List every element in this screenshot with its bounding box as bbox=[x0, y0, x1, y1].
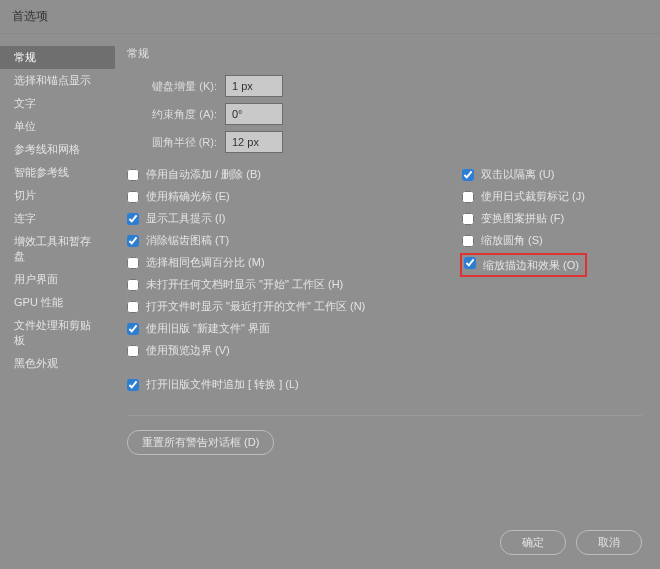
option-left-4-label: 选择相同色调百分比 (M) bbox=[146, 255, 265, 270]
key-increment-label: 键盘增量 (K): bbox=[127, 79, 217, 94]
option-right-1-label: 使用日式裁剪标记 (J) bbox=[481, 189, 585, 204]
option-left2-0[interactable]: 打开旧版文件时追加 [ 转换 ] (L) bbox=[127, 377, 462, 392]
main-panel: 常规 键盘增量 (K): 约束角度 (A): 圆角半径 (R): 停用自动添加 … bbox=[115, 34, 660, 569]
option-left-5[interactable]: 未打开任何文档时显示 "开始" 工作区 (H) bbox=[127, 277, 462, 292]
key-increment-input[interactable] bbox=[225, 75, 283, 97]
sidebar-item-2[interactable]: 文字 bbox=[0, 92, 115, 115]
sidebar-item-10[interactable]: GPU 性能 bbox=[0, 291, 115, 314]
option-right-1-checkbox[interactable] bbox=[462, 191, 474, 203]
option-left-8[interactable]: 使用预览边界 (V) bbox=[127, 343, 462, 358]
option-right-3-label: 缩放圆角 (S) bbox=[481, 233, 543, 248]
option-left-0[interactable]: 停用自动添加 / 删除 (B) bbox=[127, 167, 462, 182]
option-left-2[interactable]: 显示工具提示 (I) bbox=[127, 211, 462, 226]
window-title: 首选项 bbox=[0, 0, 660, 34]
option-left-7[interactable]: 使用旧版 "新建文件" 界面 bbox=[127, 321, 462, 336]
sidebar-item-5[interactable]: 智能参考线 bbox=[0, 161, 115, 184]
option-left-8-label: 使用预览边界 (V) bbox=[146, 343, 230, 358]
sidebar-item-6[interactable]: 切片 bbox=[0, 184, 115, 207]
sidebar-item-8[interactable]: 增效工具和暂存盘 bbox=[0, 230, 115, 268]
option-left-1-checkbox[interactable] bbox=[127, 191, 139, 203]
option-left-3-checkbox[interactable] bbox=[127, 235, 139, 247]
option-left-1-label: 使用精确光标 (E) bbox=[146, 189, 230, 204]
option-left-4-checkbox[interactable] bbox=[127, 257, 139, 269]
option-left-3[interactable]: 消除锯齿图稿 (T) bbox=[127, 233, 462, 248]
option-right-0-checkbox[interactable] bbox=[462, 169, 474, 181]
option-right-0-label: 双击以隔离 (U) bbox=[481, 167, 554, 182]
divider bbox=[127, 415, 642, 416]
option-left-5-label: 未打开任何文档时显示 "开始" 工作区 (H) bbox=[146, 277, 343, 292]
option-left-4[interactable]: 选择相同色调百分比 (M) bbox=[127, 255, 462, 270]
reset-warnings-button[interactable]: 重置所有警告对话框 (D) bbox=[127, 430, 274, 455]
ok-button[interactable]: 确定 bbox=[500, 530, 566, 555]
option-right-0[interactable]: 双击以隔离 (U) bbox=[462, 167, 642, 182]
option-left-2-label: 显示工具提示 (I) bbox=[146, 211, 225, 226]
option-left-8-checkbox[interactable] bbox=[127, 345, 139, 357]
sidebar-item-12[interactable]: 黑色外观 bbox=[0, 352, 115, 375]
option-left-3-label: 消除锯齿图稿 (T) bbox=[146, 233, 229, 248]
option-left-2-checkbox[interactable] bbox=[127, 213, 139, 225]
sidebar-item-9[interactable]: 用户界面 bbox=[0, 268, 115, 291]
option-right-4-highlight: 缩放描边和效果 (O) bbox=[460, 253, 587, 277]
option-right-2-label: 变换图案拼贴 (F) bbox=[481, 211, 564, 226]
option-right-1[interactable]: 使用日式裁剪标记 (J) bbox=[462, 189, 642, 204]
option-left-6[interactable]: 打开文件时显示 "最近打开的文件" 工作区 (N) bbox=[127, 299, 462, 314]
sidebar-item-7[interactable]: 连字 bbox=[0, 207, 115, 230]
option-right-4-label: 缩放描边和效果 (O) bbox=[483, 259, 579, 271]
option-right-3-checkbox[interactable] bbox=[462, 235, 474, 247]
section-title: 常规 bbox=[127, 46, 642, 61]
corner-radius-label: 圆角半径 (R): bbox=[127, 135, 217, 150]
option-left-5-checkbox[interactable] bbox=[127, 279, 139, 291]
option-right-2-checkbox[interactable] bbox=[462, 213, 474, 225]
option-right-2[interactable]: 变换图案拼贴 (F) bbox=[462, 211, 642, 226]
option-left-0-checkbox[interactable] bbox=[127, 169, 139, 181]
option-left-0-label: 停用自动添加 / 删除 (B) bbox=[146, 167, 261, 182]
option-left-1[interactable]: 使用精确光标 (E) bbox=[127, 189, 462, 204]
option-left2-0-label: 打开旧版文件时追加 [ 转换 ] (L) bbox=[146, 377, 299, 392]
option-left-7-checkbox[interactable] bbox=[127, 323, 139, 335]
option-left-6-label: 打开文件时显示 "最近打开的文件" 工作区 (N) bbox=[146, 299, 365, 314]
sidebar-item-1[interactable]: 选择和锚点显示 bbox=[0, 69, 115, 92]
option-right-3[interactable]: 缩放圆角 (S) bbox=[462, 233, 642, 248]
option-left2-0-checkbox[interactable] bbox=[127, 379, 139, 391]
option-left-6-checkbox[interactable] bbox=[127, 301, 139, 313]
corner-radius-input[interactable] bbox=[225, 131, 283, 153]
constrain-angle-label: 约束角度 (A): bbox=[127, 107, 217, 122]
sidebar-item-4[interactable]: 参考线和网格 bbox=[0, 138, 115, 161]
option-right-4-checkbox[interactable] bbox=[464, 257, 476, 269]
option-left-7-label: 使用旧版 "新建文件" 界面 bbox=[146, 321, 270, 336]
sidebar-item-0[interactable]: 常规 bbox=[0, 46, 115, 69]
option-right-4[interactable]: 缩放描边和效果 (O) bbox=[462, 255, 642, 275]
cancel-button[interactable]: 取消 bbox=[576, 530, 642, 555]
constrain-angle-input[interactable] bbox=[225, 103, 283, 125]
sidebar: 常规选择和锚点显示文字单位参考线和网格智能参考线切片连字增效工具和暂存盘用户界面… bbox=[0, 34, 115, 569]
sidebar-item-11[interactable]: 文件处理和剪贴板 bbox=[0, 314, 115, 352]
sidebar-item-3[interactable]: 单位 bbox=[0, 115, 115, 138]
